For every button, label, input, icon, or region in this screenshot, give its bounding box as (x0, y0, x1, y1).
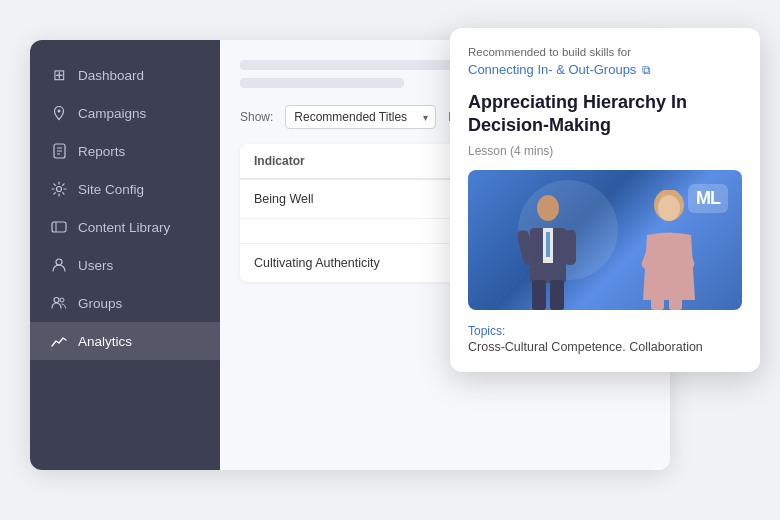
card-image-badge: ML (688, 184, 728, 213)
sidebar-item-label: Campaigns (78, 106, 146, 121)
sidebar-item-analytics[interactable]: Analytics (30, 322, 220, 360)
select-wrapper: Recommended Titles (285, 105, 436, 129)
reports-icon (50, 142, 68, 160)
sidebar-item-label: Groups (78, 296, 122, 311)
svg-rect-6 (52, 222, 66, 232)
show-label: Show: (240, 110, 273, 124)
sidebar-item-dashboard[interactable]: ⊞ Dashboard (30, 56, 220, 94)
users-icon (50, 256, 68, 274)
sidebar: ⊞ Dashboard Campaigns (30, 40, 220, 470)
groups-icon (50, 294, 68, 312)
content-library-icon (50, 218, 68, 236)
card-topics-label: Topics: (468, 324, 742, 338)
card-image: ML (468, 170, 742, 310)
svg-rect-23 (651, 285, 664, 310)
svg-rect-15 (532, 280, 546, 310)
sidebar-item-content-library[interactable]: Content Library (30, 208, 220, 246)
svg-point-9 (54, 298, 59, 303)
sidebar-item-users[interactable]: Users (30, 246, 220, 284)
sidebar-item-label: Site Config (78, 182, 144, 197)
svg-point-10 (60, 298, 64, 302)
card-overlay: Recommended to build skills for Connecti… (450, 28, 760, 372)
sidebar-item-label: Content Library (78, 220, 170, 235)
card-link-row: Connecting In- & Out-Groups ⧉ (468, 62, 742, 77)
sidebar-item-site-config[interactable]: Site Config (30, 170, 220, 208)
sidebar-item-reports[interactable]: Reports (30, 132, 220, 170)
card-title: Appreciating Hierarchy In Decision-Makin… (468, 91, 742, 138)
sidebar-item-groups[interactable]: Groups (30, 284, 220, 322)
sidebar-item-label: Dashboard (78, 68, 144, 83)
svg-point-11 (537, 195, 559, 221)
svg-rect-16 (550, 280, 564, 310)
placeholder-line-2 (240, 78, 404, 88)
card-topics-value: Cross-Cultural Competence. Collaboration (468, 340, 742, 354)
scene: ⊞ Dashboard Campaigns (0, 0, 780, 520)
svg-rect-14 (546, 232, 550, 257)
recommended-titles-select[interactable]: Recommended Titles (285, 105, 436, 129)
svg-rect-24 (669, 285, 682, 310)
card-recommended-label: Recommended to build skills for (468, 46, 742, 58)
external-link-icon: ⧉ (642, 63, 651, 77)
card-meta: Lesson (4 mins) (468, 144, 742, 158)
svg-point-5 (57, 187, 62, 192)
card-link[interactable]: Connecting In- & Out-Groups (468, 62, 636, 77)
site-config-icon (50, 180, 68, 198)
analytics-icon (50, 332, 68, 350)
campaigns-icon (50, 104, 68, 122)
svg-rect-18 (564, 230, 576, 265)
dashboard-icon: ⊞ (50, 66, 68, 84)
svg-point-8 (56, 259, 62, 265)
person-left-figure (518, 190, 578, 310)
svg-point-0 (58, 110, 61, 113)
sidebar-item-campaigns[interactable]: Campaigns (30, 94, 220, 132)
svg-point-20 (658, 195, 680, 221)
sidebar-item-label: Users (78, 258, 113, 273)
sidebar-item-label: Reports (78, 144, 125, 159)
sidebar-item-label: Analytics (78, 334, 132, 349)
